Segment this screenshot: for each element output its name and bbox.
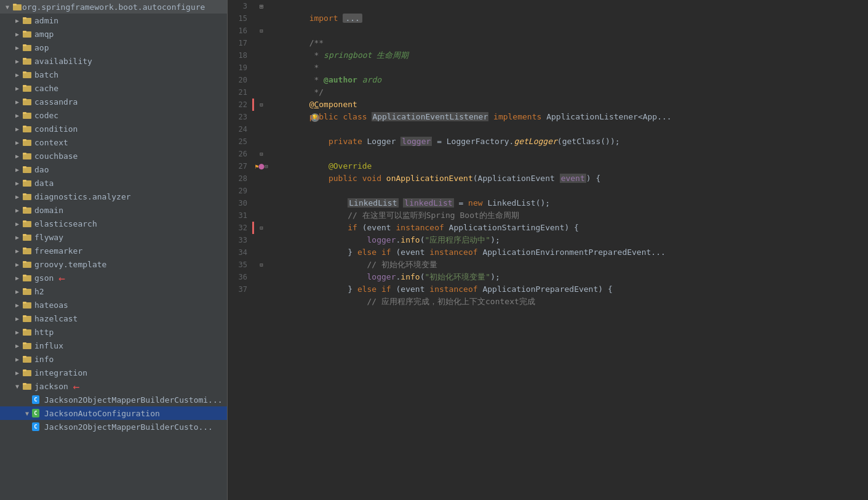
sidebar-item-cache[interactable]: ▶ cache (0, 81, 227, 95)
code-editor[interactable]: 3 15 16 17 18 19 20 21 22 23 24 25 26 27… (228, 0, 868, 500)
sidebar-item-info[interactable]: ▶ info (0, 352, 227, 366)
expand-arrow: ▶ (12, 151, 22, 161)
sidebar-item-admin[interactable]: ▶ admin (0, 14, 227, 27)
sidebar-item-data[interactable]: ▶ data (0, 176, 227, 190)
sidebar-item-diagnostics[interactable]: ▶ diagnostics.analyzer (0, 190, 227, 203)
sidebar-item-codec[interactable]: ▶ codec (0, 108, 227, 122)
file-tree-sidebar[interactable]: ▼ org.springframework.boot.autoconfigure… (0, 0, 228, 500)
folder-icon (22, 259, 32, 269)
expand-arrow: ▶ (12, 42, 22, 52)
item-label: gson (34, 273, 54, 283)
sidebar-item-jackson-builder2[interactable]: C Jackson2ObjectMapperBuilderCusto... (0, 420, 227, 433)
sidebar-item-hazelcast[interactable]: ▶ hazelcast (0, 312, 227, 325)
sidebar-item-dao[interactable]: ▶ dao (0, 163, 227, 176)
sidebar-item-h2[interactable]: ▶ h2 (0, 284, 227, 298)
folder-icon (22, 178, 32, 188)
item-label: context (34, 138, 68, 147)
sidebar-item-domain[interactable]: ▶ domain (0, 203, 227, 217)
item-label: cache (34, 84, 58, 93)
sidebar-item-http[interactable]: ▶ http (0, 325, 227, 339)
item-label: aop (34, 43, 49, 52)
expand-arrow: ▶ (12, 97, 22, 107)
sidebar-item-amqp[interactable]: ▶ amqp (0, 27, 227, 41)
collapse-arrow: ▼ (2, 2, 12, 12)
sidebar-item-integration[interactable]: ▶ integration (0, 366, 227, 379)
svg-rect-49 (23, 329, 26, 331)
svg-rect-21 (23, 139, 26, 141)
folder-icon (22, 219, 32, 228)
code-line-21: @Component 💡 (271, 86, 856, 99)
expand-arrow: ▶ (12, 70, 22, 79)
sidebar-item-groovy-template[interactable]: ▶ groovy.template (0, 257, 227, 271)
sidebar-item-jackson-auto[interactable]: ▼ C JacksonAutoConfiguration (0, 406, 227, 420)
svg-rect-39 (23, 261, 26, 263)
svg-rect-19 (23, 126, 26, 127)
svg-rect-23 (23, 153, 26, 155)
svg-rect-43 (23, 288, 26, 290)
folder-icon (22, 341, 32, 350)
folder-icon (22, 368, 32, 377)
sidebar-item-freemarker[interactable]: ▶ freemarker (0, 244, 227, 257)
expand-arrow: ▶ (12, 192, 22, 201)
folder-icon (22, 42, 32, 52)
sidebar-item-influx[interactable]: ▶ influx (0, 339, 227, 352)
sidebar-item-availability[interactable]: ▶ availability (0, 54, 227, 68)
sidebar-item-elasticsearch[interactable]: ▶ elasticsearch (0, 217, 227, 230)
folder-icon (22, 381, 32, 391)
expand-arrow: ▶ (12, 273, 22, 283)
svg-rect-45 (23, 302, 26, 304)
class-icon-green: C (32, 408, 42, 418)
sidebar-item-couchbase[interactable]: ▶ couchbase (0, 149, 227, 163)
item-label: elasticsearch (34, 219, 97, 228)
svg-rect-35 (23, 234, 26, 236)
folder-icon (22, 313, 32, 323)
sidebar-item-gson[interactable]: ▶ gson ← (0, 271, 227, 284)
folder-icon (22, 327, 32, 337)
expand-arrow: ▶ (12, 15, 22, 25)
expand-arrow: ▶ (12, 300, 22, 310)
code-content[interactable]: import ... /** * springboot 生命周期 * * @au… (271, 0, 868, 500)
item-label: Jackson2ObjectMapperBuilderCusto... (44, 422, 213, 432)
sidebar-item-hateoas[interactable]: ▶ hateoas (0, 298, 227, 312)
tree-root-item[interactable]: ▼ org.springframework.boot.autoconfigure (0, 0, 227, 14)
expand-arrow: ▶ (12, 110, 22, 120)
folder-icon (22, 246, 32, 256)
code-line-26: @Override (271, 148, 856, 160)
item-label: jackson (34, 382, 68, 391)
folder-icon (22, 56, 32, 66)
item-label: integration (34, 368, 87, 377)
code-line-19: * @author ardo (271, 62, 856, 74)
item-label: data (34, 179, 54, 188)
sidebar-item-cassandra[interactable]: ▶ cassandra (0, 95, 227, 108)
sidebar-item-condition[interactable]: ▶ condition (0, 122, 227, 135)
item-label: domain (34, 206, 63, 215)
sidebar-item-jackson-builder1[interactable]: C Jackson2ObjectMapperBuilderCustomi... (0, 393, 227, 406)
class-icon-blue2: C (32, 422, 42, 432)
folder-icon (22, 354, 32, 364)
svg-rect-53 (23, 356, 26, 358)
red-arrow-jackson: ← (73, 380, 80, 393)
item-label: influx (34, 341, 63, 350)
expand-arrow: ▶ (12, 83, 22, 93)
expand-arrow: ▶ (12, 246, 22, 256)
collapse-arrow: ▼ (12, 381, 22, 391)
sidebar-item-jackson[interactable]: ▼ jackson ← (0, 379, 227, 393)
item-label: flyway (34, 233, 63, 242)
sidebar-item-batch[interactable]: ▶ batch (0, 68, 227, 81)
sidebar-item-aop[interactable]: ▶ aop (0, 41, 227, 54)
item-label: groovy.template (34, 260, 106, 269)
item-label: h2 (34, 287, 44, 296)
red-arrow-gson: ← (58, 272, 65, 284)
expand-arrow: ▶ (12, 219, 22, 228)
expand-arrow: ▶ (12, 327, 22, 337)
folder-icon (22, 192, 32, 201)
folder-icon (22, 205, 32, 215)
expand-arrow: ▶ (12, 29, 22, 39)
folder-icon (12, 2, 22, 12)
expand-arrow: ▶ (12, 164, 22, 174)
item-label: couchbase (34, 151, 78, 161)
item-label: admin (34, 16, 58, 25)
svg-rect-9 (23, 58, 26, 60)
sidebar-item-context[interactable]: ▶ context (0, 135, 227, 149)
sidebar-item-flyway[interactable]: ▶ flyway (0, 230, 227, 244)
